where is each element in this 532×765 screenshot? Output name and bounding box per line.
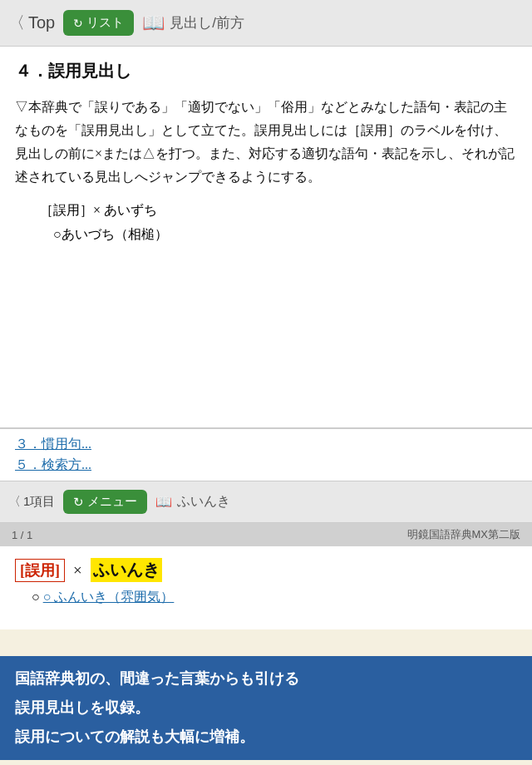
example-label: ［誤用］× あいずち <box>40 199 517 223</box>
book-icon: 📖 <box>142 12 165 34</box>
menu-refresh-icon: ↻ <box>73 495 84 510</box>
popup-main-line: [誤用] × ふいんき <box>15 558 517 582</box>
popup-book-icon: 📖 <box>155 494 172 510</box>
top-label: Top <box>28 13 55 32</box>
promo-line-3: 誤用についての解説も大幅に増補。 <box>15 726 517 748</box>
back-to-top[interactable]: 〈 Top <box>8 12 55 34</box>
promo-line-1: 国語辞典初の、間違った言葉からも引ける <box>15 668 517 690</box>
top-navigation: 〈 Top ↻ リスト 📖 見出し/前方 <box>0 0 532 47</box>
refresh-icon: ↻ <box>73 17 83 30</box>
popup-back-button[interactable]: 〈 1項目 <box>8 494 55 510</box>
menu-button-label: メニュー <box>87 494 137 510</box>
list-button[interactable]: ↻ リスト <box>63 10 134 36</box>
popup-sub-line: ○ ○ ふんいき（雰囲気） <box>32 589 517 606</box>
misuse-tag: [誤用] <box>15 559 65 582</box>
correction-link[interactable]: ○ ふんいき（雰囲気） <box>43 590 175 604</box>
book-navigation[interactable]: 📖 見出し/前方 <box>142 12 244 34</box>
nav-link-5[interactable]: ５．検索方... <box>15 457 517 474</box>
book-nav-label: 見出し/前方 <box>170 13 244 32</box>
main-paragraph: ▽本辞典で「誤りである」「適切でない」「俗用」などとみなした語句・表記の主なもの… <box>15 96 517 189</box>
list-button-label: リスト <box>86 15 124 31</box>
times-sign: × <box>73 561 82 580</box>
example-sub: ○あいづち（相槌） <box>53 223 517 247</box>
popup-book-nav[interactable]: 📖 ふいんき <box>155 493 230 511</box>
nav-links-area: ３．慣用句... ５．検索方... <box>0 429 532 481</box>
popup-navigation: 〈 1項目 ↻ メニュー 📖 ふいんき <box>0 481 532 523</box>
section-title: ４．誤用見出し <box>15 60 517 82</box>
source-label: 明鏡国語辞典MX第二版 <box>407 527 521 542</box>
popup-item-count: 1項目 <box>23 494 55 510</box>
example-block: ［誤用］× あいずち ○あいづち（相槌） <box>40 199 517 247</box>
main-content-area: ４．誤用見出し ▽本辞典で「誤りである」「適切でない」「俗用」などとみなした語句… <box>0 47 532 429</box>
menu-button[interactable]: ↻ メニュー <box>63 490 147 514</box>
popup-book-label: ふいんき <box>177 493 230 511</box>
popup-status-bar: 1 / 1 明鏡国語辞典MX第二版 <box>0 523 532 546</box>
page-info: 1 / 1 <box>12 529 32 541</box>
popup-content-area: [誤用] × ふいんき ○ ○ ふんいき（雰囲気） <box>0 546 532 629</box>
popup-chevron-icon: 〈 <box>8 494 21 510</box>
nav-link-3[interactable]: ３．慣用句... <box>15 436 517 453</box>
promo-area: 国語辞典初の、間違った言葉からも引ける 誤用見出しを収録。 誤用についての解説も… <box>0 656 532 760</box>
highlighted-word: ふいんき <box>91 558 162 582</box>
chevron-left-icon: 〈 <box>8 12 25 34</box>
promo-line-2: 誤用見出しを収録。 <box>15 697 517 719</box>
